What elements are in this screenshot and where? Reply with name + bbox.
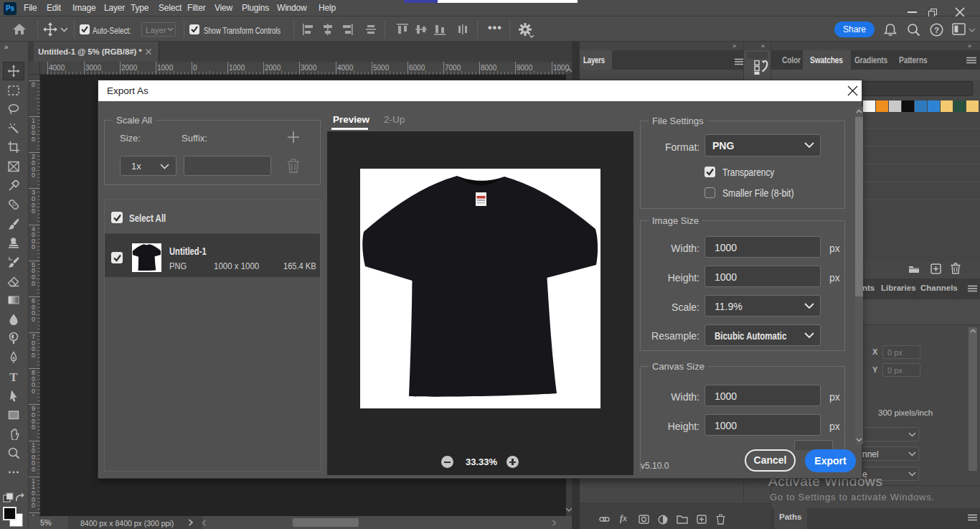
svg-text:T: T xyxy=(9,370,18,383)
svg-text:?: ? xyxy=(934,26,939,34)
